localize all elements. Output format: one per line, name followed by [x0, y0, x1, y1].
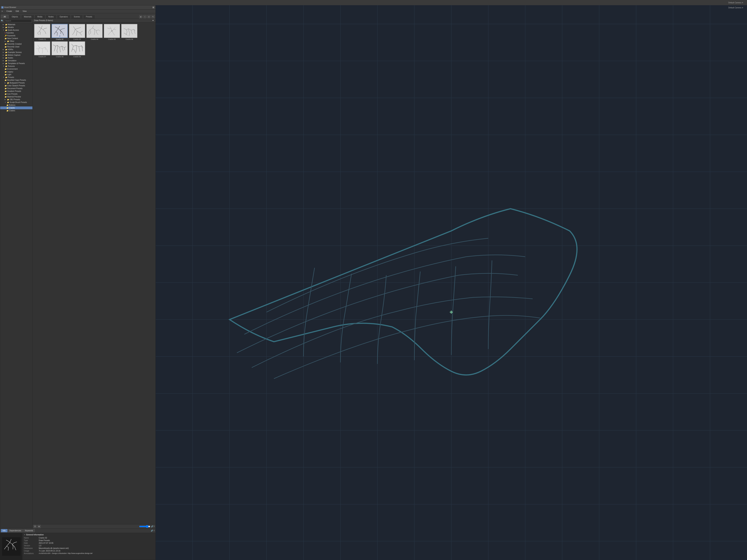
svg-rect-10 — [2, 537, 21, 556]
expand-icon: ▶ — [5, 99, 6, 100]
viewport[interactable]: Default Camera ✈ — [156, 5, 747, 560]
tab-info[interactable]: Info — [1, 529, 7, 532]
info-preview-thumbnail — [0, 533, 22, 560]
asset-label: Cracks 04 — [91, 38, 98, 40]
grid-view-btn[interactable]: ⊞ — [37, 525, 41, 528]
sidebar-item-buttons[interactable]: 📁 Buttons — [0, 104, 32, 106]
size-slider[interactable] — [139, 526, 150, 527]
tab-nodes[interactable]: Nodes — [46, 15, 56, 19]
sidebar-item-cracks[interactable]: 📁 Cracks — [0, 106, 32, 109]
edit-menu[interactable]: Edit — [15, 10, 20, 12]
folder-icon: 📁 — [5, 54, 7, 56]
sidebar-item-color-swatch[interactable]: 📁 Color Swatch Presets — [0, 84, 32, 87]
asset-item-cracks01[interactable]: Cracks 01 — [34, 24, 50, 40]
filter-icon[interactable]: ≈ — [143, 15, 147, 19]
tab-dependencies[interactable]: Dependencies — [8, 529, 23, 532]
list-view-btn[interactable]: ☰ — [33, 525, 37, 528]
tab-objects[interactable]: Objects — [9, 15, 21, 19]
sidebar-item-material-preview[interactable]: 📁 Material Preview — [0, 96, 32, 98]
asset-thumb-cracks04 — [86, 24, 103, 38]
window-title: Asset Browser — [4, 6, 16, 8]
top-bar: Default Camera ✈ — [0, 0, 747, 5]
sidebar-item-models[interactable]: ▶ 📁 Models — [0, 26, 32, 29]
tab-all[interactable]: All — [1, 15, 8, 19]
asset-item-cracks03[interactable]: Cracks 03 — [69, 24, 85, 40]
folder-icon: 📁 — [5, 62, 7, 64]
sidebar-item-other[interactable]: ▶ 📁 Other — [0, 40, 32, 43]
sidebar-item-bevelled-caps[interactable]: 📁 Bevelled Caps Presets — [0, 79, 32, 81]
asset-thumb-cracks01 — [34, 24, 50, 38]
sidebar-item-new-content[interactable]: 📁 New Content — [0, 37, 32, 40]
sidebar-item-legacy[interactable]: 📁 Legacy — [0, 70, 32, 73]
search-input[interactable] — [4, 19, 32, 22]
asset-label: Cracks 08 — [56, 56, 63, 58]
asset-item-cracks08[interactable]: Cracks 08 — [52, 41, 68, 58]
grid-view-icon[interactable]: ⊞ — [139, 15, 143, 19]
sidebar-item-recently-used[interactable]: 📁 Recently Used — [0, 45, 32, 48]
asset-item-cracks06[interactable]: Cracks 06 — [121, 24, 137, 40]
expand-icon: ▶ — [3, 49, 5, 50]
info-row-databases: Databases MaxonAssets.db (assets.maxon.n… — [24, 547, 154, 549]
edit-icon[interactable]: ✎ — [151, 15, 155, 19]
info-panel: Info Dependencies Keywords 🔗 # — [0, 528, 155, 560]
expand-icon: ▼ — [3, 29, 5, 31]
close-button[interactable]: ✕ — [153, 6, 154, 8]
tab-operators[interactable]: Operators — [57, 15, 71, 19]
hamburger-icon[interactable]: ≡ — [1, 10, 3, 12]
sidebar-item-motion-capture[interactable]: ▶ 📁 Motion Capture — [0, 54, 32, 56]
sidebar-item-example-scenes[interactable]: ▶ 📁 Example Scenes — [0, 51, 32, 54]
sidebar-item-textures[interactable]: ▼ 📁 Textures — [0, 65, 32, 68]
folder-icon: 📁 — [6, 104, 8, 106]
sidebar-item-simulation[interactable]: ▶ 📁 Simulation — [0, 59, 32, 62]
sidebar-item-bodypaint[interactable]: ▶ 📁 Bodypaint Presets — [0, 81, 32, 84]
asset-item-cracks02[interactable]: ♛ Cracks 02 — [52, 24, 68, 40]
asset-item-cracks09[interactable]: Cracks 09 — [69, 41, 85, 58]
tab-presets[interactable]: Presets — [83, 15, 95, 19]
sidebar-item-quick-access[interactable]: ▼ 📁 Quick Access — [0, 29, 32, 31]
collapse-arrow[interactable]: ▼ — [24, 534, 25, 536]
sidebar-item-environment[interactable]: 📁 Environment — [0, 68, 32, 70]
sidebar-item-light[interactable]: 📁 Light — [0, 73, 32, 76]
sidebar-item-gradient[interactable]: 📁 Gradient Presets — [0, 90, 32, 92]
sidebar-item-recently-created[interactable]: 📁 Recently Created — [0, 43, 32, 45]
sidebar: 🔍 ▶ 📁 Materials ▶ 📁 Models ▼ 📁 — [0, 19, 33, 528]
folder-icon: 📁 — [5, 60, 7, 62]
create-menu[interactable]: Create — [6, 10, 13, 12]
sidebar-item-hdris[interactable]: ▶ 📁 HDRIs — [0, 48, 32, 51]
folder-icon: 📁 — [6, 110, 8, 112]
asset-item-cracks05[interactable]: Cracks 05 — [104, 24, 120, 40]
sidebar-item-document[interactable]: 📁 Document Presets — [0, 87, 32, 90]
sidebar-item-obj-presets[interactable]: ▶ 📁 OBJ Presets — [0, 98, 32, 101]
expand-icon: ▼ — [3, 77, 5, 78]
settings-icon[interactable]: ⊙ — [147, 15, 151, 19]
asset-item-cracks04[interactable]: Cracks 04 — [86, 24, 103, 40]
sidebar-item-icon[interactable]: 📁 Icon Presets — [0, 92, 32, 96]
sidebar-item-keywords[interactable]: 🔑 Keywords — [0, 34, 32, 37]
tab-media[interactable]: Media — [35, 15, 45, 19]
tab-keywords[interactable]: Keywords — [23, 529, 35, 532]
asset-item-cracks07[interactable]: Cracks 07 — [34, 41, 50, 58]
tab-scenes[interactable]: Scenes — [71, 15, 83, 19]
sidebar-item-nodes[interactable]: ▶ 📁 Nodes — [0, 56, 32, 59]
expand-icon: ▶ — [3, 62, 5, 64]
sidebar-item-materials[interactable]: ▶ 📁 Materials — [0, 23, 32, 26]
main-area: A Asset Browser ✕ ≡ Create Edit View All… — [0, 5, 747, 560]
view-menu[interactable]: View — [22, 10, 27, 12]
folder-icon: 📁 — [5, 68, 7, 70]
info-body: ▼ General Information Name Cracks 02 Typ… — [0, 533, 155, 560]
sidebar-item-sculpt-brush[interactable]: ▼ 📁 Sculpt Brush Presets — [0, 101, 32, 104]
asset-label: Cracks 09 — [73, 56, 81, 58]
sidebar-item-presets[interactable]: ▼ 📁 Presets — [0, 76, 32, 79]
sidebar-item-favorites[interactable]: ♥ Favorites — [0, 31, 32, 34]
expand-icon: ▶ — [3, 24, 5, 25]
info-row-usage: Usage 7x Last: 2023-09-21 23:16 — [24, 550, 154, 552]
camera-label: Default Camera ✈ — [728, 7, 743, 9]
sidebar-item-craters[interactable]: 📁 Craters — [0, 109, 32, 112]
tab-materials[interactable]: Materials — [21, 15, 34, 19]
sidebar-item-templates-presets[interactable]: ▶ 📁 Templates & Presets — [0, 62, 32, 65]
expand-icon: ▶ — [3, 26, 5, 28]
folder-icon: 📁 — [6, 107, 8, 109]
folder-icon: 📁 — [5, 37, 7, 39]
expand-icon: ▶ — [3, 57, 5, 59]
search-bar: 🔍 — [0, 19, 32, 23]
